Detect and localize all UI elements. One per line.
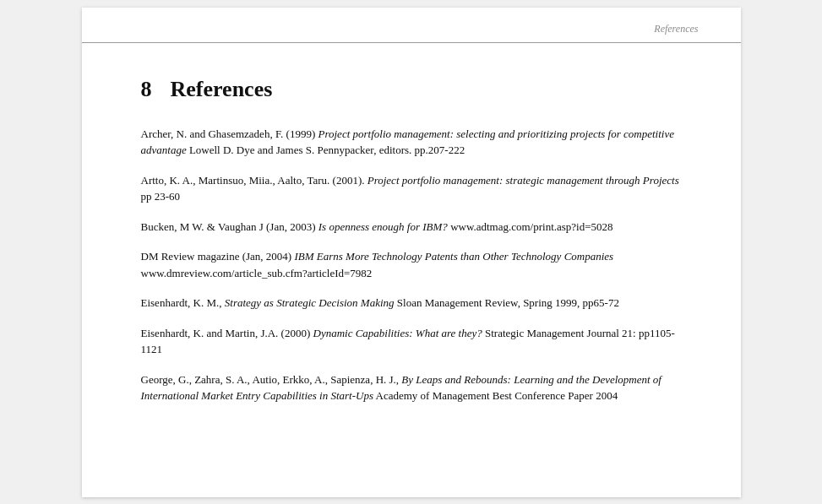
chapter-title: References	[171, 77, 273, 102]
list-item: Bucken, M W. & Vaughan J (Jan, 2003) Is …	[141, 219, 682, 236]
page-content: 8 References Archer, N. and Ghasemzadeh,…	[82, 43, 741, 452]
list-item: Artto, K. A., Martinsuo, Miia., Aalto, T…	[141, 172, 682, 205]
list-item: DM Review magazine (Jan, 2004) IBM Earns…	[141, 248, 682, 281]
chapter-number: 8	[141, 77, 152, 102]
list-item: Eisenhardt, K. M., Strategy as Strategic…	[141, 295, 682, 312]
document-page: References 8 References Archer, N. and G…	[82, 8, 741, 497]
page-header: References	[82, 8, 741, 43]
list-item: George, G., Zahra, S. A., Autio, Erkko, …	[141, 371, 682, 404]
references-list: Archer, N. and Ghasemzadeh, F. (1999) Pr…	[141, 126, 682, 404]
chapter-heading: 8 References	[141, 77, 682, 102]
list-item: Eisenhardt, K. and Martin, J.A. (2000) D…	[141, 325, 682, 358]
header-title: References	[654, 23, 698, 35]
list-item: Archer, N. and Ghasemzadeh, F. (1999) Pr…	[141, 126, 682, 159]
